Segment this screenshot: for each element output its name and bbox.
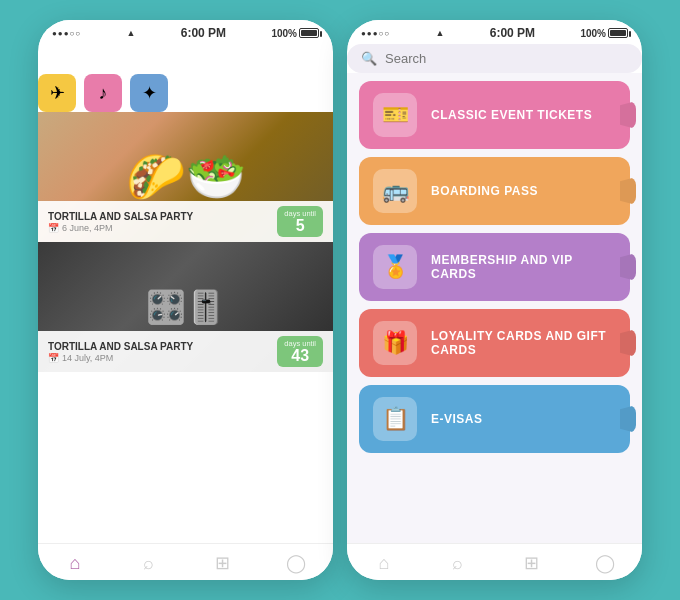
search-input[interactable]: [385, 51, 628, 66]
battery-display: 100%: [271, 28, 319, 39]
category-icon-evisas: 📋: [373, 397, 417, 441]
time-display: 6:00 PM: [181, 26, 226, 40]
time-display-right: 6:00 PM: [490, 26, 535, 40]
search-bar[interactable]: 🔍: [347, 44, 642, 73]
search-icon: 🔍: [361, 51, 377, 66]
category-icon-star[interactable]: ✦: [130, 74, 168, 112]
right-phone-header: 🔍: [347, 44, 642, 73]
event-title-1: TORTILLA AND SALSA PARTY: [48, 211, 193, 222]
battery-icon: [299, 28, 319, 38]
signal-dots: ●●●○○: [52, 29, 81, 38]
category-icon-membership: 🏅: [373, 245, 417, 289]
nav-user-right[interactable]: ◯: [568, 552, 642, 574]
event-info-2: TORTILLA AND SALSA PARTY 📅 14 July, 4PM …: [38, 331, 333, 372]
category-icon-plane[interactable]: ✈: [38, 74, 76, 112]
days-badge-2: days until 43: [277, 336, 323, 367]
event-details-2: TORTILLA AND SALSA PARTY 📅 14 July, 4PM: [48, 341, 193, 363]
days-label-2: days until: [284, 339, 316, 348]
nav-home-left[interactable]: ⌂: [38, 552, 112, 574]
category-icon-music[interactable]: ♪: [84, 74, 122, 112]
nav-add-right[interactable]: ⊞: [495, 552, 569, 574]
category-card-membership[interactable]: 🏅 MEMBERSHIP AND VIP CARDS: [359, 233, 630, 301]
bottom-nav-left: ⌂ ⌕ ⊞ ◯: [38, 543, 333, 580]
category-icon-classic: 🎫: [373, 93, 417, 137]
filter-tab-thisweek[interactable]: ThiS WeEK: [89, 44, 172, 64]
event-info-1: TORTILLA AND SALSA PARTY 📅 6 June, 4PM d…: [38, 201, 333, 242]
event-card-1[interactable]: 🌮🥗 TORTILLA AND SALSA PARTY 📅 6 June, 4P…: [38, 112, 333, 242]
nav-home-right[interactable]: ⌂: [347, 552, 421, 574]
status-bar-right: ●●●○○ ▲ 6:00 PM 100%: [347, 20, 642, 44]
category-card-classic[interactable]: 🎫 CLASSIC EVENT TICKETS: [359, 81, 630, 149]
category-label-evisas: E-VISAS: [431, 412, 483, 426]
event-date-1: 📅 6 June, 4PM: [48, 223, 193, 233]
right-phone: ●●●○○ ▲ 6:00 PM 100% 🔍 🎫 CLASSIC EVENT T…: [347, 20, 642, 580]
phones-container: ●●●○○ ▲ 6:00 PM 100% ALL ThiS WeEK THIS …: [38, 20, 642, 580]
nav-add-left[interactable]: ⊞: [186, 552, 260, 574]
bottom-nav-right: ⌂ ⌕ ⊞ ◯: [347, 543, 642, 580]
category-card-loyalty[interactable]: 🎁 LOYALITY CARDS AND GIFT CARDS: [359, 309, 630, 377]
calendar-icon-2: 📅: [48, 353, 59, 363]
category-icon-loyalty: 🎁: [373, 321, 417, 365]
nav-search-left[interactable]: ⌕: [112, 552, 186, 574]
days-badge-1: days until 5: [277, 206, 323, 237]
days-label-1: days until: [284, 209, 316, 218]
category-label-membership: MEMBERSHIP AND VIP CARDS: [431, 253, 616, 281]
category-label-classic: CLASSIC EVENT TICKETS: [431, 108, 592, 122]
status-bar-left: ●●●○○ ▲ 6:00 PM 100%: [38, 20, 333, 44]
wifi-icon-right: ▲: [435, 28, 444, 38]
category-card-evisas[interactable]: 📋 E-VISAS: [359, 385, 630, 453]
nav-user-left[interactable]: ◯: [259, 552, 333, 574]
filter-tab-thismonth[interactable]: THIS MONTH: [180, 44, 273, 64]
event-title-2: TORTILLA AND SALSA PARTY: [48, 341, 193, 352]
category-icons: ✈ ♪ ✦: [38, 74, 333, 112]
calendar-icon-1: 📅: [48, 223, 59, 233]
days-num-1: 5: [284, 218, 316, 234]
filter-tabs: ALL ThiS WeEK THIS MONTH: [38, 44, 333, 64]
filter-tab-all[interactable]: ALL: [38, 44, 81, 64]
wifi-icon: ▲: [126, 28, 135, 38]
nav-search-right[interactable]: ⌕: [421, 552, 495, 574]
events-list: 🌮🥗 TORTILLA AND SALSA PARTY 📅 6 June, 4P…: [38, 112, 333, 543]
left-phone: ●●●○○ ▲ 6:00 PM 100% ALL ThiS WeEK THIS …: [38, 20, 333, 580]
categories-list: 🎫 CLASSIC EVENT TICKETS 🚌 BOARDING PASS …: [347, 73, 642, 543]
signal-dots-right: ●●●○○: [361, 29, 390, 38]
days-num-2: 43: [284, 348, 316, 364]
event-details-1: TORTILLA AND SALSA PARTY 📅 6 June, 4PM: [48, 211, 193, 233]
category-label-boarding: BOARDING PASS: [431, 184, 538, 198]
category-card-boarding[interactable]: 🚌 BOARDING PASS: [359, 157, 630, 225]
battery-icon-right: [608, 28, 628, 38]
battery-display-right: 100%: [580, 28, 628, 39]
category-icon-boarding: 🚌: [373, 169, 417, 213]
event-card-2[interactable]: 🎛️🎚️ TORTILLA AND SALSA PARTY 📅 14 July,…: [38, 242, 333, 372]
category-label-loyalty: LOYALITY CARDS AND GIFT CARDS: [431, 329, 616, 357]
event-date-2: 📅 14 July, 4PM: [48, 353, 193, 363]
left-phone-header: ALL ThiS WeEK THIS MONTH ✈ ♪ ✦: [38, 44, 333, 112]
